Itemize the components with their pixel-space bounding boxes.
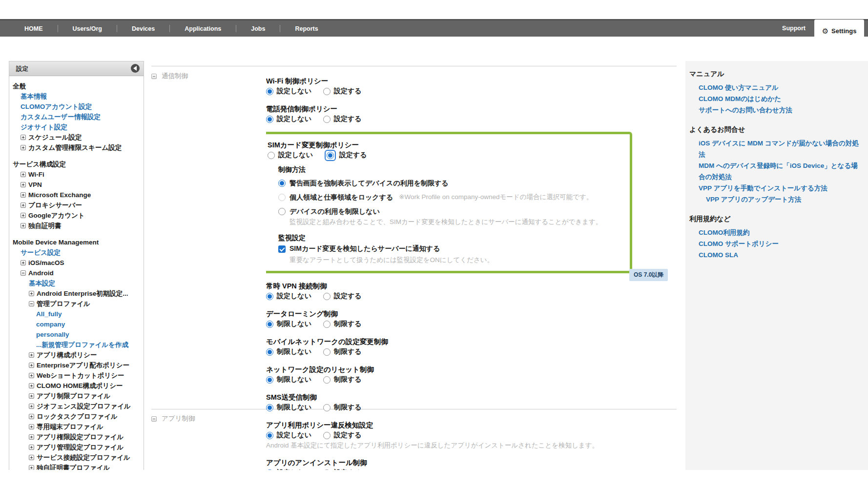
radio-option[interactable]: 設定しない bbox=[266, 87, 311, 96]
expand-icon[interactable] bbox=[29, 363, 34, 368]
sidebar-item[interactable]: サービス設定 bbox=[9, 247, 144, 258]
sidebar-item[interactable]: アプリ制限プロファイル bbox=[9, 391, 144, 401]
sidebar-item[interactable]: 独自証明書プロファイル bbox=[9, 463, 144, 470]
nav-item-users-org[interactable]: Users/Org bbox=[58, 25, 117, 32]
radio-option[interactable]: 設定しない bbox=[266, 431, 311, 440]
radio-selected-icon[interactable] bbox=[266, 116, 273, 123]
radio-unselected-icon[interactable] bbox=[323, 293, 331, 300]
nav-item-applications[interactable]: Applications bbox=[170, 25, 236, 32]
expand-icon[interactable] bbox=[21, 260, 26, 265]
radio-option[interactable]: 設定しない bbox=[266, 292, 311, 301]
radio-option[interactable]: 設定しない bbox=[266, 468, 311, 470]
radio-selected-icon[interactable] bbox=[266, 376, 273, 384]
radio-unselected-icon[interactable] bbox=[278, 208, 286, 215]
sidebar-item[interactable]: VPN bbox=[9, 180, 144, 190]
radio-option[interactable]: 設定しない bbox=[266, 115, 311, 123]
help-link[interactable]: VPP アプリのアップデート方法 bbox=[689, 194, 860, 205]
nav-item-devices[interactable]: Devices bbox=[117, 25, 169, 32]
checkbox-option[interactable]: SIMカード変更を検知したらサーバーに通知する bbox=[278, 244, 623, 254]
radio-selected-icon[interactable] bbox=[327, 152, 334, 159]
expand-icon[interactable] bbox=[29, 445, 34, 450]
expand-icon[interactable] bbox=[21, 172, 26, 177]
help-link[interactable]: MDM へのデバイス登録時に「iOS Device」となる場合の対処法 bbox=[689, 160, 860, 183]
radio-unselected-icon[interactable] bbox=[323, 469, 331, 470]
sidebar-item[interactable]: Android Enterprise初期設定... bbox=[9, 288, 144, 299]
nav-item-support[interactable]: Support bbox=[782, 20, 806, 37]
nav-item-home[interactable]: HOME bbox=[10, 25, 58, 32]
radio-unselected-icon[interactable] bbox=[323, 432, 331, 439]
help-link[interactable]: サポートへのお問い合わせ方法 bbox=[689, 104, 860, 116]
expand-icon[interactable] bbox=[21, 203, 26, 208]
nav-item-jobs[interactable]: Jobs bbox=[236, 25, 280, 32]
radio-option[interactable]: 設定する bbox=[323, 115, 362, 123]
radio-unselected-icon[interactable] bbox=[323, 88, 331, 95]
sidebar-item[interactable]: Android bbox=[9, 268, 144, 278]
radio-selected-icon[interactable] bbox=[266, 432, 273, 439]
radio-option[interactable]: デバイスの利用を制限しない bbox=[278, 206, 623, 216]
sidebar-item[interactable]: 基本情報 bbox=[9, 91, 144, 102]
radio-selected-icon[interactable] bbox=[266, 469, 273, 470]
radio-selected-icon[interactable] bbox=[278, 180, 286, 187]
sidebar-item[interactable]: ジオフェンス設定プロファイル bbox=[9, 401, 144, 411]
radio-selected-icon[interactable] bbox=[266, 293, 273, 300]
radio-option[interactable]: 制限する bbox=[323, 403, 362, 412]
expand-icon[interactable] bbox=[21, 192, 26, 198]
sidebar-item[interactable]: サービス接続設定プロファイル bbox=[9, 452, 144, 463]
sidebar-item[interactable]: Webショートカットポリシー bbox=[9, 370, 144, 381]
sidebar-item[interactable]: ロックタスクプロファイル bbox=[9, 411, 144, 422]
expand-icon[interactable] bbox=[21, 213, 26, 218]
radio-unselected-icon[interactable] bbox=[323, 116, 331, 123]
radio-option[interactable]: 設定する bbox=[325, 150, 367, 161]
radio-option[interactable]: 制限する bbox=[323, 320, 362, 328]
radio-option[interactable]: 警告画面を強制表示してデバイスの利用を制限する bbox=[278, 178, 623, 188]
sidebar-item[interactable]: 管理プロファイル bbox=[9, 299, 144, 309]
sidebar-item[interactable]: All_fully bbox=[9, 309, 144, 319]
sidebar-item[interactable]: personally bbox=[9, 329, 144, 340]
expand-icon[interactable] bbox=[21, 135, 26, 140]
sidebar-item[interactable]: 独自証明書 bbox=[9, 221, 144, 231]
sidebar-item[interactable]: ジオサイト設定 bbox=[9, 122, 144, 132]
sidebar-item[interactable]: company bbox=[9, 319, 144, 329]
nav-item-reports[interactable]: Reports bbox=[280, 25, 332, 32]
help-link[interactable]: CLOMO 使い方マニュアル bbox=[689, 82, 860, 93]
expand-icon[interactable] bbox=[21, 182, 26, 187]
expand-icon[interactable] bbox=[29, 352, 34, 358]
sidebar-item[interactable]: アプリ権限設定プロファイル bbox=[9, 432, 144, 442]
radio-unselected-icon[interactable] bbox=[323, 376, 331, 384]
radio-selected-icon[interactable] bbox=[266, 321, 273, 328]
radio-option[interactable]: 制限する bbox=[323, 347, 362, 356]
expand-icon[interactable] bbox=[29, 414, 34, 419]
expand-icon[interactable] bbox=[29, 404, 34, 409]
sidebar-item[interactable]: CLOMOアカウント設定 bbox=[9, 102, 144, 112]
collapse-icon[interactable] bbox=[21, 270, 26, 276]
radio-option[interactable]: 設定しない bbox=[268, 151, 313, 160]
radio-unselected-icon[interactable] bbox=[323, 321, 331, 328]
radio-option[interactable]: 制限する bbox=[323, 375, 362, 384]
sidebar-item[interactable]: カスタム管理権限スキーム設定 bbox=[9, 142, 144, 153]
checkbox-checked-icon[interactable] bbox=[278, 245, 286, 253]
sidebar-item[interactable]: 専用端末プロファイル bbox=[9, 422, 144, 432]
sidebar-item[interactable]: Microsoft Exchange bbox=[9, 190, 144, 200]
sidebar-item[interactable]: Enterpriseアプリ配布ポリシー bbox=[9, 360, 144, 370]
radio-selected-icon[interactable] bbox=[266, 88, 273, 95]
radio-option[interactable]: 設定する bbox=[323, 87, 362, 96]
sidebar-item[interactable]: スケジュール設定 bbox=[9, 132, 144, 142]
collapse-icon[interactable] bbox=[29, 301, 34, 306]
sidebar-item[interactable]: アプリ管理設定プロファイル bbox=[9, 442, 144, 452]
sidebar-item[interactable]: アプリ構成ポリシー bbox=[9, 350, 144, 360]
radio-option[interactable]: 制限しない bbox=[266, 403, 311, 412]
expand-icon[interactable] bbox=[29, 434, 34, 440]
radio-unselected-icon[interactable] bbox=[268, 152, 275, 159]
help-link[interactable]: VPP アプリを手動でインストールする方法 bbox=[689, 183, 860, 194]
expand-icon[interactable] bbox=[29, 373, 34, 378]
expand-icon[interactable] bbox=[21, 145, 26, 150]
radio-option[interactable]: 制限しない bbox=[266, 320, 311, 328]
expand-icon[interactable] bbox=[29, 383, 34, 388]
sidebar-item[interactable]: Googleアカウント bbox=[9, 210, 144, 221]
sidebar-item[interactable]: Wi-Fi bbox=[9, 169, 144, 180]
radio-option[interactable]: 設定する bbox=[323, 431, 362, 440]
expand-icon[interactable] bbox=[29, 465, 34, 470]
radio-option[interactable]: 設定する bbox=[323, 468, 362, 470]
radio-option[interactable]: 個人領域と仕事領域をロックする ※Work Profile on company… bbox=[278, 192, 623, 202]
radio-unselected-icon[interactable] bbox=[323, 404, 331, 411]
